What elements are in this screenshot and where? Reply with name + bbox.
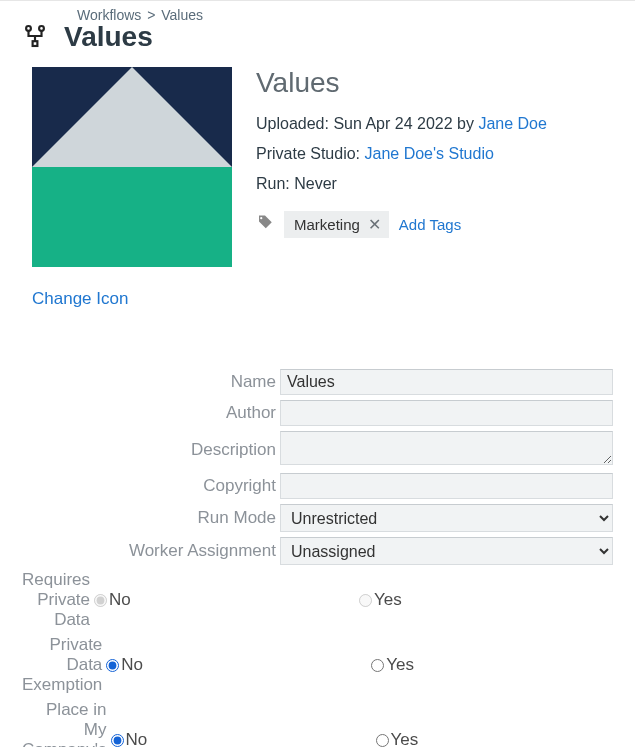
uploader-link[interactable]: Jane Doe	[478, 115, 547, 132]
author-input[interactable]	[280, 400, 613, 426]
tag-label: Marketing	[294, 216, 360, 233]
opt-yes: Yes	[386, 655, 414, 675]
svg-rect-2	[33, 41, 38, 46]
label-req-private: Requires Private Data	[22, 570, 94, 630]
studio-prefix: Private Studio:	[256, 145, 365, 162]
tag-icon	[256, 214, 274, 235]
label-description: Description	[22, 440, 280, 460]
change-icon-link[interactable]: Change Icon	[32, 289, 128, 308]
studio-link[interactable]: Jane Doe's Studio	[365, 145, 494, 162]
uploaded-prefix: Uploaded:	[256, 115, 333, 132]
req-private-yes	[359, 594, 372, 607]
exemption-no[interactable]	[106, 659, 119, 672]
worker-select[interactable]: Unassigned	[280, 537, 613, 565]
opt-no: No	[126, 730, 148, 747]
workflow-icon	[22, 23, 48, 52]
uploaded-by-word: by	[453, 115, 479, 132]
place-no[interactable]	[111, 734, 124, 747]
opt-yes: Yes	[374, 590, 402, 610]
description-input[interactable]	[280, 431, 613, 465]
label-run-mode: Run Mode	[22, 508, 280, 528]
place-yes[interactable]	[376, 734, 389, 747]
tag-remove-icon[interactable]: ✕	[368, 217, 381, 233]
label-author: Author	[22, 403, 280, 423]
label-name: Name	[22, 372, 280, 392]
tag-chip-marketing[interactable]: Marketing ✕	[284, 211, 389, 238]
workflow-thumbnail	[32, 67, 232, 267]
studio-line: Private Studio: Jane Doe's Studio	[256, 145, 547, 163]
svg-point-0	[26, 26, 31, 31]
uploaded-date: Sun Apr 24 2022	[333, 115, 452, 132]
copyright-input[interactable]	[280, 473, 613, 499]
exemption-yes[interactable]	[371, 659, 384, 672]
uploaded-line: Uploaded: Sun Apr 24 2022 by Jane Doe	[256, 115, 547, 133]
item-title: Values	[256, 67, 547, 99]
page-title: Values	[64, 21, 153, 53]
run-mode-select[interactable]: Unrestricted	[280, 504, 613, 532]
req-private-no	[94, 594, 107, 607]
label-copyright: Copyright	[22, 476, 280, 496]
add-tags-link[interactable]: Add Tags	[399, 216, 461, 233]
svg-point-1	[39, 26, 44, 31]
opt-no: No	[109, 590, 131, 610]
run-line: Run: Never	[256, 175, 547, 193]
label-place: Place in My Company's Server	[22, 700, 111, 747]
label-exemption: Private Data Exemption	[22, 635, 106, 695]
breadcrumb-current: Values	[161, 7, 203, 23]
opt-yes: Yes	[391, 730, 419, 747]
label-worker: Worker Assignment	[22, 541, 280, 561]
opt-no: No	[121, 655, 143, 675]
name-input[interactable]	[280, 369, 613, 395]
